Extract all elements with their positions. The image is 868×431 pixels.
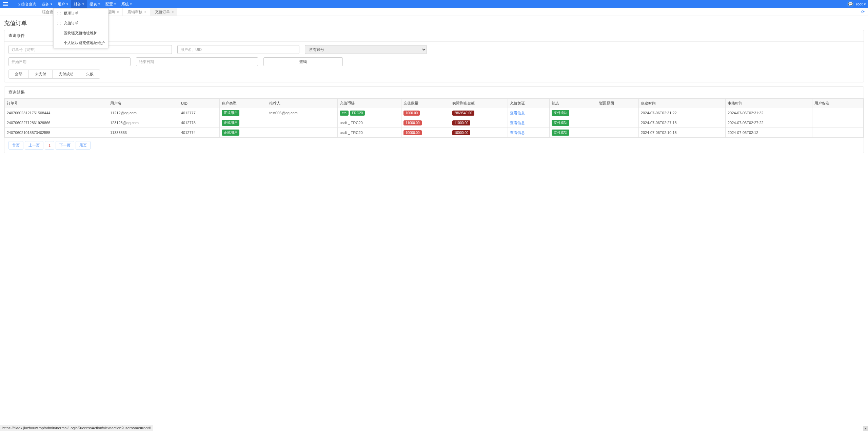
cell-actual: 2869540.00 bbox=[450, 108, 508, 118]
chat-icon[interactable]: 💬 bbox=[847, 1, 854, 7]
cell-chain: usdt _ TRC20 bbox=[338, 118, 401, 128]
close-icon[interactable]: × bbox=[117, 10, 119, 14]
th-referrer: 推荐人 bbox=[267, 99, 338, 108]
home-icon: ⌂ bbox=[18, 2, 20, 6]
table-row: 240706023121751508444 11212@qq.com 40127… bbox=[5, 108, 864, 118]
account-select[interactable]: 所有账号 bbox=[305, 45, 427, 54]
actual-badge: 2869540.00 bbox=[452, 111, 474, 116]
tab-refresh[interactable]: ⟳ bbox=[858, 8, 868, 16]
caret-down-icon: ▾ bbox=[98, 2, 100, 6]
dropdown-区块链充值地址维护[interactable]: 区块链充值地址维护 bbox=[54, 28, 108, 38]
chain-badge-eth: eth bbox=[340, 111, 349, 116]
pagination: 首页 上一页 1 下一页 尾页 bbox=[4, 138, 864, 153]
caret-down-icon: ▾ bbox=[864, 2, 866, 6]
cell-account-type: 正式用户 bbox=[220, 108, 267, 118]
caret-down-icon: ▾ bbox=[130, 2, 132, 6]
start-date-input[interactable] bbox=[8, 57, 131, 66]
cell-username: 123123@qq.com bbox=[108, 118, 179, 128]
amount-badge: 1000.00 bbox=[403, 111, 420, 116]
cell-reject bbox=[597, 108, 638, 118]
cell-remark bbox=[812, 108, 854, 118]
nav-配置[interactable]: 配置▾ bbox=[103, 0, 119, 8]
account-type-badge: 正式用户 bbox=[222, 130, 239, 136]
search-button[interactable]: 查询 bbox=[263, 57, 343, 66]
cell-created: 2024-07-06T02:27:13 bbox=[638, 118, 725, 128]
cell-status: 支付成功 bbox=[549, 128, 597, 138]
actual-badge: 10000.00 bbox=[452, 130, 471, 135]
nav-财务[interactable]: 财务▾ bbox=[71, 0, 87, 8]
th-remark: 用户备注 bbox=[812, 99, 854, 108]
cell-referrer bbox=[267, 128, 338, 138]
results-panel-title: 查询结果 bbox=[4, 87, 864, 98]
page-number[interactable]: 1 bbox=[45, 141, 54, 150]
th-audited: 审核时间 bbox=[725, 99, 812, 108]
chain-badge-erc: ERC20 bbox=[350, 111, 365, 116]
cell-uid: 4012778 bbox=[179, 118, 219, 128]
finance-dropdown: 提现订单 充值订单 区块链充值地址维护 个人区块链充值地址维护 bbox=[53, 8, 108, 48]
dropdown-提现订单[interactable]: 提现订单 bbox=[54, 8, 108, 18]
cell-audited: 2024-07-06T02:12 bbox=[725, 128, 812, 138]
user-menu[interactable]: root▾ bbox=[856, 2, 866, 6]
th-chain: 充值币链 bbox=[338, 99, 401, 108]
cell-referrer bbox=[267, 118, 338, 128]
page-title: 充值订单 bbox=[4, 19, 864, 27]
status-badge: 支付成功 bbox=[552, 130, 569, 136]
tab-充值订单[interactable]: 充值订单× bbox=[150, 8, 178, 16]
cell-empty bbox=[854, 108, 863, 118]
cell-username: 11212@qq.com bbox=[108, 108, 179, 118]
close-icon[interactable]: × bbox=[172, 10, 174, 14]
cell-empty bbox=[854, 118, 863, 128]
account-type-badge: 正式用户 bbox=[222, 110, 239, 116]
page-next[interactable]: 下一页 bbox=[56, 141, 74, 150]
tabs-bar: 综合查询 × 代理商× 店铺审核× 充值订单× ⟳ bbox=[0, 8, 868, 16]
results-table: 订单号 用户名 UID 账户类型 推荐人 充值币链 充值数量 实际到账金额 充值… bbox=[4, 98, 864, 138]
nav-业务[interactable]: 业务▾ bbox=[39, 0, 55, 8]
caret-down-icon: ▾ bbox=[82, 2, 84, 6]
amount-badge: 10000.00 bbox=[403, 130, 422, 135]
page-last[interactable]: 尾页 bbox=[76, 141, 91, 150]
voucher-link[interactable]: 查看信息 bbox=[510, 121, 525, 125]
cell-username: 11333333 bbox=[108, 128, 179, 138]
filter-unpaid[interactable]: 未支付 bbox=[29, 70, 53, 78]
filter-all[interactable]: 全部 bbox=[9, 70, 29, 78]
account-type-badge: 正式用户 bbox=[222, 120, 239, 126]
voucher-link[interactable]: 查看信息 bbox=[510, 131, 525, 135]
refresh-icon: ⟳ bbox=[861, 9, 865, 14]
th-order-no: 订单号 bbox=[5, 99, 108, 108]
page-first[interactable]: 首页 bbox=[8, 141, 23, 150]
th-voucher: 充值凭证 bbox=[508, 99, 549, 108]
hamburger-icon[interactable] bbox=[2, 0, 10, 8]
cell-empty bbox=[854, 128, 863, 138]
nav-系统[interactable]: 系统▾ bbox=[119, 0, 135, 8]
close-icon[interactable]: × bbox=[144, 10, 146, 14]
card-icon bbox=[57, 12, 61, 15]
filter-paid[interactable]: 支付成功 bbox=[53, 70, 80, 78]
th-amount: 充值数量 bbox=[401, 99, 450, 108]
nav-综合查询[interactable]: ⌂综合查询 bbox=[15, 0, 39, 8]
page-prev[interactable]: 上一页 bbox=[25, 141, 43, 150]
cell-uid: 4012777 bbox=[179, 108, 219, 118]
cell-chain: usdt _ TRC20 bbox=[338, 128, 401, 138]
caret-down-icon: ▾ bbox=[66, 2, 68, 6]
user-input[interactable] bbox=[177, 45, 299, 54]
th-empty bbox=[854, 99, 863, 108]
cell-reject bbox=[597, 128, 638, 138]
dropdown-个人区块链充值地址维护[interactable]: 个人区块链充值地址维护 bbox=[54, 38, 108, 48]
cell-audited: 2024-07-06T02:31:32 bbox=[725, 108, 812, 118]
search-panel-title: 查询条件 bbox=[4, 30, 864, 42]
nav-服表[interactable]: 报表▾ bbox=[87, 0, 103, 8]
tab-店铺审核[interactable]: 店铺审核× bbox=[123, 8, 150, 16]
cell-order-no: 240706021015573402555 bbox=[5, 128, 108, 138]
status-badge: 支付成功 bbox=[552, 110, 569, 116]
nav-menu: ⌂综合查询 业务▾ 用户▾ 财务▾ 报表▾ 配置▾ 系统▾ bbox=[15, 0, 135, 8]
cell-created: 2024-07-06T02:10:15 bbox=[638, 128, 725, 138]
top-navbar: ⌂综合查询 业务▾ 用户▾ 财务▾ 报表▾ 配置▾ 系统▾ 💬 root▾ bbox=[0, 0, 868, 8]
filter-failed[interactable]: 失败 bbox=[80, 70, 100, 78]
cell-status: 支付成功 bbox=[549, 118, 597, 128]
voucher-link[interactable]: 查看信息 bbox=[510, 111, 525, 115]
dropdown-充值订单[interactable]: 充值订单 bbox=[54, 18, 108, 28]
th-uid: UID bbox=[179, 99, 219, 108]
table-row: 240706021015573402555 11333333 4012774 正… bbox=[5, 128, 864, 138]
nav-用户[interactable]: 用户▾ bbox=[55, 0, 71, 8]
end-date-input[interactable] bbox=[136, 57, 258, 66]
